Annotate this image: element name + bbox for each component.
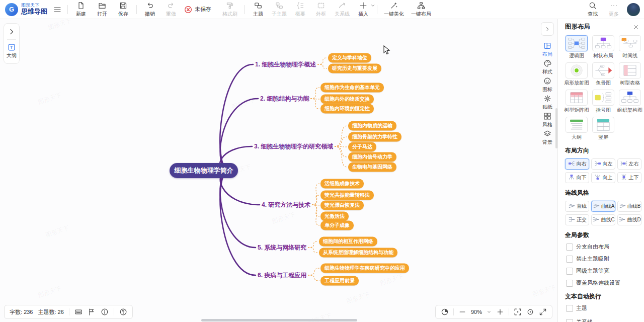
outline-button[interactable]: 大纲 xyxy=(7,43,17,59)
word-count: 字数: 236 xyxy=(10,308,33,316)
panel-tab-sticker[interactable]: 贴纸 xyxy=(542,95,552,112)
panel-tab-layout[interactable]: 布局 xyxy=(542,42,552,59)
mindmap-child-node[interactable]: 分子马达 xyxy=(348,142,376,152)
zoom-out-icon[interactable] xyxy=(458,308,466,316)
layout-option[interactable]: 鱼骨图 xyxy=(592,62,615,87)
mindmap-child-node[interactable]: 荧光漂白恢复法 xyxy=(320,201,364,210)
app-logo[interactable]: G 图形天下 思维导图 xyxy=(5,3,47,16)
mindmap-branch-label[interactable]: 5. 系统与网络研究 xyxy=(258,244,306,252)
canvas-horizontal-scrollbar[interactable] xyxy=(201,319,357,321)
fit-screen-icon[interactable] xyxy=(514,308,522,316)
line-style-option[interactable]: 曲线A xyxy=(591,201,615,212)
line-style-section-title: 连线风格 xyxy=(565,189,639,197)
mindmap-child-node[interactable]: 生物电与基因网络 xyxy=(348,163,396,172)
layout-option[interactable]: 时间线 xyxy=(618,35,641,59)
zoom-select-chevron-icon[interactable] xyxy=(487,309,492,314)
mindmap-child-node[interactable]: 细胞内物质的运输 xyxy=(348,121,396,131)
keyboard-shortcuts-icon[interactable] xyxy=(74,308,83,316)
zoom-in-icon[interactable] xyxy=(496,308,504,316)
timeline-thumbnail-icon xyxy=(619,35,641,51)
undo-button[interactable]: 撤销 xyxy=(143,2,157,18)
line-style-option[interactable]: 正交 xyxy=(565,214,589,225)
panel-tab-icon[interactable]: 图标 xyxy=(542,77,552,95)
direction-option[interactable]: 上下 xyxy=(617,172,641,183)
autolayout-icon xyxy=(417,2,425,10)
main-menu-icon[interactable] xyxy=(53,6,61,14)
top-toolbar: G 图形天下 思维导图 新建打开保存 撤销重做 未保存 格式刷主题子主题概要外框… xyxy=(0,0,644,19)
layout-option[interactable]: 括号图 xyxy=(592,90,615,114)
line-style-option[interactable]: 曲线C xyxy=(591,214,615,225)
mindmap-child-node[interactable]: 光激活法 xyxy=(320,212,349,221)
panel-tab-label: 图标 xyxy=(542,86,552,93)
mindmap-child-node[interactable]: 细胞骨架的力学特性 xyxy=(348,132,401,142)
mindmap-child-node[interactable]: 细胞内环境的恒定性 xyxy=(320,104,374,114)
mindmap-child-node[interactable]: 细胞生物物理学在疾病研究中的应用 xyxy=(320,264,409,273)
line-style-option[interactable]: 直线 xyxy=(565,201,589,212)
mindmap-child-node[interactable]: 细胞内信号动力学 xyxy=(348,152,396,162)
direction-option[interactable]: 向右 xyxy=(565,158,589,170)
layout-option[interactable]: 树型表格 xyxy=(618,62,641,87)
expand-outline-icon[interactable] xyxy=(8,28,16,36)
user-avatar[interactable] xyxy=(627,3,640,16)
checkbox-option[interactable]: 分支自由布局 xyxy=(566,243,639,251)
info-icon[interactable] xyxy=(101,308,109,316)
checkbox-option[interactable]: 覆盖风格连线设置 xyxy=(566,279,639,287)
mindmap-child-node[interactable]: 定义与学科地位 xyxy=(328,53,371,63)
panel-tab-theme[interactable]: 风格 xyxy=(542,112,552,130)
line-style-option-label: 曲线A xyxy=(601,203,615,210)
direction-option[interactable]: 向左 xyxy=(591,158,615,170)
mindmap-child-node[interactable]: 活细胞成像技术 xyxy=(320,179,364,189)
direction-option[interactable]: 左右 xyxy=(617,158,641,170)
layout-option[interactable]: 树型矩阵图 xyxy=(565,90,588,114)
mindmap-child-node[interactable]: 细胞间的相互作用网络 xyxy=(319,237,377,247)
direction-vboth-icon xyxy=(620,174,627,181)
mindmap-branch-label[interactable]: 6. 疾病与工程应用 xyxy=(258,271,306,280)
layout-option[interactable]: 逻辑图 xyxy=(565,35,588,59)
new-button[interactable]: 新建 xyxy=(74,2,88,18)
checkbox-option[interactable]: 禁止主题吸附 xyxy=(566,255,639,263)
mindmap-child-node[interactable]: 从系统层面理解细胞结构与功能 xyxy=(319,248,397,258)
mark-icon[interactable] xyxy=(88,308,96,316)
mindmap-branch-label[interactable]: 1. 细胞生物物理学概述 xyxy=(255,60,316,69)
mindmap-child-node[interactable]: 单分子成像 xyxy=(320,221,354,230)
direction-option[interactable]: 向下 xyxy=(565,172,589,183)
checkbox-icon xyxy=(566,256,573,263)
collapse-panel-button[interactable] xyxy=(541,22,554,36)
mindmap-child-node[interactable]: 细胞内外的物质交换 xyxy=(320,95,374,104)
checkbox-option[interactable]: 主题 xyxy=(566,304,639,312)
checkbox-option[interactable]: 关系线 xyxy=(566,318,639,322)
minimap-icon[interactable] xyxy=(441,308,449,316)
mindmap-branch-label[interactable]: 4. 研究方法与技术 xyxy=(262,201,310,209)
help-icon[interactable] xyxy=(119,308,127,316)
layout-settings-panel: 图形布局 逻辑图树状布局时间线扇形放射图鱼骨图树型表格树型矩阵图括号图组织架构图… xyxy=(557,19,644,322)
mindmap-center-node[interactable]: 细胞生物物理学简介 xyxy=(170,163,238,178)
direction-option[interactable]: 向上 xyxy=(591,172,615,183)
one-click-layout-button[interactable]: 一键布局 xyxy=(411,2,431,18)
search-button[interactable]: 查找 xyxy=(586,2,600,18)
mindmap-branch-label[interactable]: 2. 细胞结构与功能 xyxy=(260,95,309,103)
fullscreen-icon[interactable] xyxy=(539,308,547,316)
line-style-option[interactable]: 曲线D xyxy=(617,214,641,225)
mindmap-child-node[interactable]: 研究历史与重要发展 xyxy=(328,64,381,73)
layout-option[interactable]: 组织架构图 xyxy=(618,90,641,114)
line-style-option[interactable]: 曲线B xyxy=(617,201,641,212)
locate-center-icon[interactable] xyxy=(526,308,534,316)
topic-button[interactable]: 主题 xyxy=(251,2,265,18)
mindmap-child-node[interactable]: 细胞作为生命的基本单元 xyxy=(320,83,384,93)
panel-tab-background[interactable]: 背景 xyxy=(542,130,552,147)
checkbox-option[interactable]: 同级主题等宽 xyxy=(566,267,639,275)
layout-option[interactable]: 竖屏 xyxy=(592,117,615,141)
layout-option[interactable]: 树状布局 xyxy=(592,35,615,59)
mindmap-child-node[interactable]: 荧光共振能量转移法 xyxy=(320,191,374,200)
layout-option[interactable]: 扇形放射图 xyxy=(565,62,588,87)
mindmap-child-node[interactable]: 工程应用前景 xyxy=(320,276,359,286)
save-label: 保存 xyxy=(118,11,128,18)
insert-button[interactable]: 插入 xyxy=(356,2,370,18)
open-button[interactable]: 打开 xyxy=(95,2,109,18)
panel-tab-style[interactable]: 样式 xyxy=(542,59,552,77)
close-panel-icon[interactable] xyxy=(633,24,639,30)
layout-option[interactable]: 大纲 xyxy=(565,117,588,141)
save-button[interactable]: 保存 xyxy=(116,2,130,18)
one-click-beautify-button[interactable]: 一键美化 xyxy=(384,2,404,18)
mindmap-branch-label[interactable]: 3. 细胞生物物理学的研究领域 xyxy=(254,142,333,151)
